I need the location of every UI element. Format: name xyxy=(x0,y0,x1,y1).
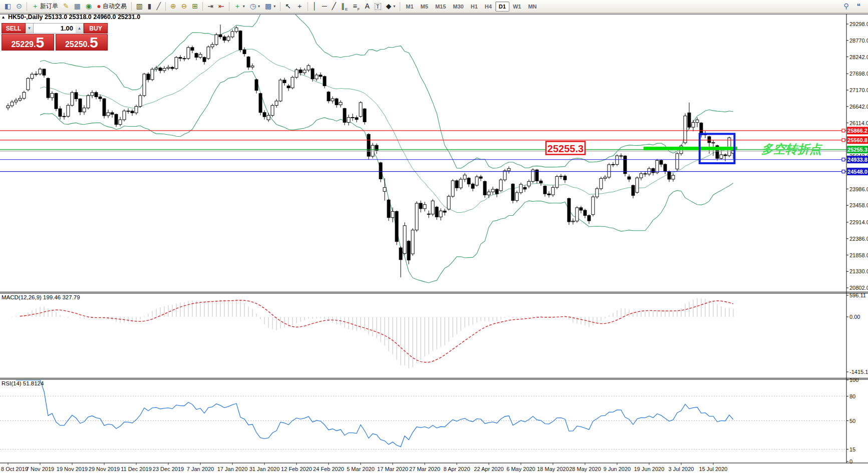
timeframe-m15[interactable]: M15 xyxy=(432,2,449,12)
volume-decrease-button[interactable]: ▼ xyxy=(26,23,34,34)
svg-text:27698.0: 27698.0 xyxy=(849,71,868,77)
chat-icon[interactable]: ❝ xyxy=(854,1,863,13)
tile-windows-icon[interactable]: ⊞ xyxy=(189,1,200,13)
volume-input[interactable]: 1.00 xyxy=(34,23,76,34)
vertical-line-icon[interactable]: │ xyxy=(310,1,320,13)
new-order-button-label: 新订单 xyxy=(40,2,58,11)
svg-text:23986.0: 23986.0 xyxy=(849,186,868,192)
toolbar-separator xyxy=(229,2,229,11)
bar-chart-icon: ▥ xyxy=(136,3,143,10)
fibonacci-icon[interactable]: ≡F xyxy=(350,1,362,13)
horizontal-line-25560.8[interactable] xyxy=(0,139,846,142)
chart-marker-icon: ▴ xyxy=(2,14,5,20)
buy-button[interactable]: BUY xyxy=(84,23,108,34)
line-chart-icon[interactable]: ╱ xyxy=(154,1,163,13)
auto-scroll-icon[interactable]: ⇥ xyxy=(205,1,216,13)
price-flag-label[interactable]: 25255.3 xyxy=(546,142,585,155)
timeframe-m5[interactable]: M5 xyxy=(417,2,432,12)
terminal-icon[interactable]: ▦ xyxy=(72,1,83,13)
toolbar-separator xyxy=(400,2,400,11)
new-order-button[interactable]: ＋新订单 xyxy=(29,1,61,13)
svg-text:HK50-,Daily 25133.0 25318.0 2: HK50-,Daily 25133.0 25318.0 24960.0 2523… xyxy=(8,14,140,21)
shapes-icon[interactable]: ◆▾ xyxy=(384,1,398,13)
market-watch-icon[interactable]: ⊙ xyxy=(14,1,25,13)
svg-text:21858.0: 21858.0 xyxy=(849,252,868,258)
add-indicator-button[interactable]: ＋▾ xyxy=(231,1,247,13)
macd-label: MACD(12,26,9) 199.46 327.79 xyxy=(2,294,80,300)
svg-text:6 May 2020: 6 May 2020 xyxy=(506,466,535,472)
cursor-icon[interactable]: ↖ xyxy=(282,1,294,13)
chat-icon: ❝ xyxy=(856,3,860,10)
signals-icon[interactable]: ◉ xyxy=(83,1,94,13)
zoom-out-icon[interactable]: ⊖ xyxy=(179,1,190,13)
svg-text:27 Mar 2020: 27 Mar 2020 xyxy=(409,466,440,472)
channel-icon[interactable]: ∥E xyxy=(339,1,350,13)
timeframe-m30[interactable]: M30 xyxy=(449,2,467,12)
timeframe-m1[interactable]: M1 xyxy=(402,2,417,12)
text-icon[interactable]: A xyxy=(362,1,372,13)
crosshair-icon[interactable]: ＋ xyxy=(294,1,306,13)
autotrade-button[interactable]: ●自动交易 xyxy=(94,1,129,13)
zoom-in-icon: ⊕ xyxy=(170,3,176,10)
sell-button[interactable]: SELL xyxy=(2,23,26,34)
crosshair-icon: ＋ xyxy=(296,3,303,10)
svg-text:100: 100 xyxy=(849,377,858,383)
turning-point-annotation[interactable]: 多空转折点 xyxy=(761,142,823,156)
svg-text:0: 0 xyxy=(849,458,852,464)
vertical-line-icon: │ xyxy=(313,3,317,10)
buy-price[interactable]: 25250.5 xyxy=(56,34,108,51)
toolbar-separator xyxy=(202,2,203,11)
svg-text:27170.0: 27170.0 xyxy=(849,87,868,93)
svg-text:19 Jun 2020: 19 Jun 2020 xyxy=(634,466,665,472)
horizontal-line-icon: ─ xyxy=(322,3,327,10)
svg-text:7 Nov 2019: 7 Nov 2019 xyxy=(26,466,54,472)
svg-text:22386.0: 22386.0 xyxy=(849,236,868,242)
svg-text:8 Apr 2020: 8 Apr 2020 xyxy=(443,466,470,472)
dropdown-caret-icon: ▾ xyxy=(273,4,275,9)
chart-shift-icon[interactable]: ⇤ xyxy=(216,1,227,13)
macd-panel xyxy=(8,298,733,368)
timeframe-h4[interactable]: H4 xyxy=(481,2,495,12)
price-badge-25560.8: 25560.8 xyxy=(847,136,868,144)
toolbar-separator xyxy=(131,2,132,11)
main-chart-panel xyxy=(7,5,735,283)
svg-text:25866.2: 25866.2 xyxy=(847,128,867,134)
horizontal-line-icon[interactable]: ─ xyxy=(320,1,330,13)
horizontal-line-25866.2[interactable] xyxy=(0,129,846,132)
timeframe-d1[interactable]: D1 xyxy=(495,2,509,12)
timeframe-h1[interactable]: H1 xyxy=(467,2,481,12)
zoom-in-icon[interactable]: ⊕ xyxy=(168,1,179,13)
timeframe-mn[interactable]: MN xyxy=(524,2,540,12)
toolbar: ◧⊙＋新订单✎▦◉●自动交易▥▮╱⊕⊖⊞⇥⇤＋▾◷▾▩▾↖＋│─╱∥E≡FAT◆… xyxy=(0,0,868,13)
channel-icon: ∥ xyxy=(341,3,345,10)
sell-price[interactable]: 25229.5 xyxy=(2,34,54,51)
rsi-label: RSI(14) 51.8124 xyxy=(2,380,44,386)
period-clock-icon[interactable]: ◷▾ xyxy=(247,1,262,13)
support-zone-bar[interactable] xyxy=(644,147,737,150)
bar-chart-icon[interactable]: ▥ xyxy=(134,1,145,13)
chart-window-icon[interactable]: ◧ xyxy=(2,1,14,13)
shapes-icon: ◆ xyxy=(386,3,392,10)
template-icon[interactable]: ▩▾ xyxy=(262,1,278,13)
candlestick-chart-icon[interactable]: ▮ xyxy=(145,1,154,13)
timeframe-w1[interactable]: W1 xyxy=(509,2,525,12)
search-icon[interactable]: ⚲ xyxy=(841,1,851,13)
fibonacci-icon-sub: F xyxy=(358,7,360,12)
horizontal-line-24548.0[interactable] xyxy=(0,170,846,173)
tile-windows-icon: ⊞ xyxy=(192,3,198,10)
svg-text:3 Jul 2020: 3 Jul 2020 xyxy=(669,466,694,472)
price-badge-25255.3: 25255.3 xyxy=(847,146,868,153)
svg-text:17 Jan 2020: 17 Jan 2020 xyxy=(217,466,248,472)
trendline-icon[interactable]: ╱ xyxy=(330,1,339,13)
svg-text:28770.0: 28770.0 xyxy=(849,38,868,44)
text-label-icon[interactable]: T xyxy=(372,1,384,13)
toolbar-separator xyxy=(165,2,166,11)
svg-text:-1415.19: -1415.19 xyxy=(849,369,868,375)
cursor-icon: ↖ xyxy=(285,3,291,10)
svg-text:11 Dec 2019: 11 Dec 2019 xyxy=(121,466,152,472)
styler-icon[interactable]: ✎ xyxy=(61,1,72,13)
chart-canvas[interactable]: 25255.3多空转折点29298.028770.028242.027698.0… xyxy=(0,0,868,475)
add-indicator-button: ＋ xyxy=(234,3,241,10)
buy-price-pip: 5 xyxy=(90,36,98,49)
volume-increase-button[interactable]: ▲ xyxy=(76,23,84,34)
